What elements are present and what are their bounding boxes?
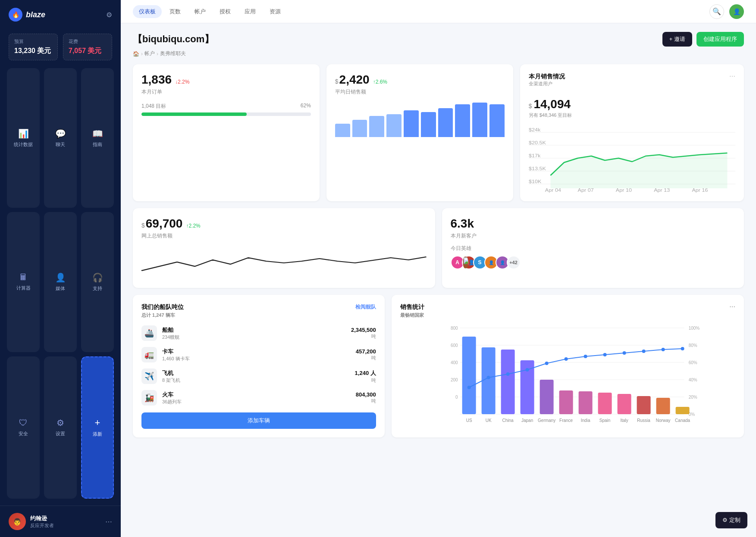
tab-dashboard[interactable]: 仪表板 [133, 5, 162, 18]
invite-button[interactable]: + 邀请 [662, 32, 692, 47]
add-vehicle-button[interactable]: 添加车辆 [141, 412, 376, 429]
svg-text:$17k: $17k [529, 153, 541, 158]
svg-text:China: China [502, 418, 514, 423]
sales-chart-title: 销售统计 [400, 303, 424, 311]
search-button[interactable]: 🔍 [709, 4, 724, 19]
orders-value: 1,836 [141, 73, 172, 87]
breadcrumb: 🏠 › 帐户 › 奥弗维耶夫 [133, 50, 744, 57]
user-role: 反应开发者 [30, 522, 101, 529]
stats-icon: 📊 [18, 128, 29, 139]
sidebar-item-add[interactable]: + 添新 [81, 356, 114, 499]
sidebar-item-stats[interactable]: 📊 统计数据 [7, 68, 40, 208]
heroes-avatars: A 👤 S 👤 👤 +42 [451, 256, 736, 269]
support-icon: 🎧 [92, 272, 103, 283]
svg-rect-42 [637, 396, 650, 414]
mini-bar-2 [369, 116, 384, 137]
svg-text:Canada: Canada [675, 418, 690, 423]
expense-card: 花费 7,057 美元 [63, 34, 112, 60]
ship-name: 船舶 [162, 326, 346, 334]
tab-auth[interactable]: 授权 [213, 5, 237, 18]
svg-text:80%: 80% [688, 343, 697, 348]
orders-top: 1,836 ↓2.2% [141, 73, 311, 87]
user-nav-avatar[interactable]: 👤 [729, 4, 744, 19]
tab-apps[interactable]: 应用 [238, 5, 262, 18]
svg-text:60%: 60% [688, 360, 697, 365]
sidebar-item-label: 支持 [93, 285, 102, 292]
progress-bar [141, 112, 311, 116]
customize-button[interactable]: ⚙ 定制 [715, 512, 747, 528]
train-value: 804,300 [356, 391, 376, 398]
sales-chart-menu[interactable]: ⋯ [729, 303, 735, 318]
mini-bar-7 [455, 104, 470, 137]
mini-bar-4 [404, 110, 419, 137]
svg-text:UK: UK [485, 418, 491, 423]
fleet-item-truck: 🚛 卡车 1,460 辆卡车 457,200 吨 [141, 347, 376, 362]
heroes-label: 今日英雄 [451, 245, 736, 252]
sidebar-item-settings[interactable]: ⚙ 设置 [44, 356, 77, 499]
mini-bar-1 [352, 120, 367, 137]
logo: 🔥 blaze [9, 8, 45, 22]
monthly-sales-card: 本月销售情况 全渠道用户 ⋯ $ 14,094 另有 $48,346 至目标 [520, 64, 744, 201]
svg-rect-41 [617, 394, 631, 414]
monthly-menu-icon[interactable]: ⋯ [729, 73, 735, 80]
tab-accounts[interactable]: 帐户 [188, 5, 212, 18]
progress-pct-label: 62% [301, 103, 311, 110]
svg-text:800: 800 [451, 326, 458, 331]
logo-icon: 🔥 [9, 8, 22, 22]
mini-bar-5 [421, 112, 436, 137]
create-app-button[interactable]: 创建应用程序 [696, 32, 744, 47]
sales-chart-sub: 最畅销国家 [400, 312, 424, 318]
avg-sales-card: $ 2,420 ↑2.6% 平均日销售额 [326, 64, 513, 201]
sidebar-item-label: 计算器 [16, 285, 31, 291]
svg-point-50 [564, 357, 568, 361]
truck-value: 457,200 [356, 348, 376, 355]
user-name: 约翰逊 [30, 515, 101, 522]
sidebar-item-chat[interactable]: 💬 聊天 [44, 68, 77, 208]
page-header: 【biqubiqu.com】 + 邀请 创建应用程序 [133, 32, 744, 47]
top-nav-actions: 🔍 👤 [709, 4, 744, 19]
more-options-icon[interactable]: ⋯ [105, 518, 112, 526]
content-area: 【biqubiqu.com】 + 邀请 创建应用程序 🏠 › 帐户 › 奥弗维耶… [121, 23, 756, 537]
logo-text: blaze [26, 10, 45, 19]
settings-icon[interactable]: ⚙ [106, 11, 112, 19]
stats-row-1: 1,836 ↓2.2% 本月订单 1,048 目标 62% $ [133, 64, 744, 201]
sidebar-item-label: 媒体 [56, 285, 65, 292]
sidebar-item-calculator[interactable]: 🖩 计算器 [7, 212, 40, 352]
page-actions: + 邀请 创建应用程序 [662, 32, 744, 47]
breadcrumb-home[interactable]: 🏠 [133, 51, 139, 57]
fleet-subtitle: 总计 1,247 辆车 [141, 312, 184, 318]
svg-point-55 [661, 348, 665, 351]
new-customers-value: 6.3k [451, 217, 474, 231]
new-customers-card: 6.3k 本月新客户 今日英雄 A 👤 S 👤 [442, 208, 744, 288]
avg-sales-label: 平均日销售额 [335, 88, 505, 96]
tab-pages[interactable]: 页数 [163, 5, 187, 18]
svg-rect-37 [540, 380, 553, 414]
svg-text:200: 200 [451, 378, 458, 382]
svg-text:20%: 20% [688, 395, 697, 400]
plane-unit: 吨 [355, 377, 376, 384]
view-fleet-link[interactable]: 检阅舰队 [355, 303, 376, 311]
media-icon: 👤 [55, 272, 66, 283]
sidebar-item-media[interactable]: 👤 媒体 [44, 212, 77, 352]
sidebar-item-security[interactable]: 🛡 安全 [7, 356, 40, 499]
avg-sales-change: ↑2.6% [373, 79, 387, 85]
svg-text:Italy: Italy [620, 418, 628, 423]
sidebar-header: 🔥 blaze ⚙ [0, 0, 121, 29]
ship-value: 2,345,500 [351, 327, 376, 333]
orders-card: 1,836 ↓2.2% 本月订单 1,048 目标 62% [133, 64, 320, 201]
sidebar-item-support[interactable]: 🎧 支持 [81, 212, 114, 352]
ship-unit: 吨 [351, 333, 376, 340]
sidebar-item-guide[interactable]: 📖 指南 [81, 68, 114, 208]
budget-card: 预算 13,230 美元 [9, 34, 58, 60]
expense-value: 7,057 美元 [69, 47, 107, 56]
monthly-sub: 全渠道用户 [529, 81, 565, 87]
mini-bar-chart [335, 103, 505, 137]
tab-resources[interactable]: 资源 [264, 5, 287, 18]
svg-text:Russia: Russia [637, 418, 650, 423]
monthly-line-chart: $24k $20.5K $17k $13.5K $10K Apr 04 Apr … [529, 124, 735, 193]
svg-point-56 [681, 347, 684, 350]
breadcrumb-accounts[interactable]: 帐户 [144, 50, 155, 57]
nav-grid: 📊 统计数据 💬 聊天 📖 指南 🖩 计算器 👤 媒体 🎧 支持 🛡 安全 ⚙ [0, 68, 121, 499]
svg-text:US: US [466, 418, 472, 423]
svg-text:Apr 13: Apr 13 [654, 188, 670, 193]
